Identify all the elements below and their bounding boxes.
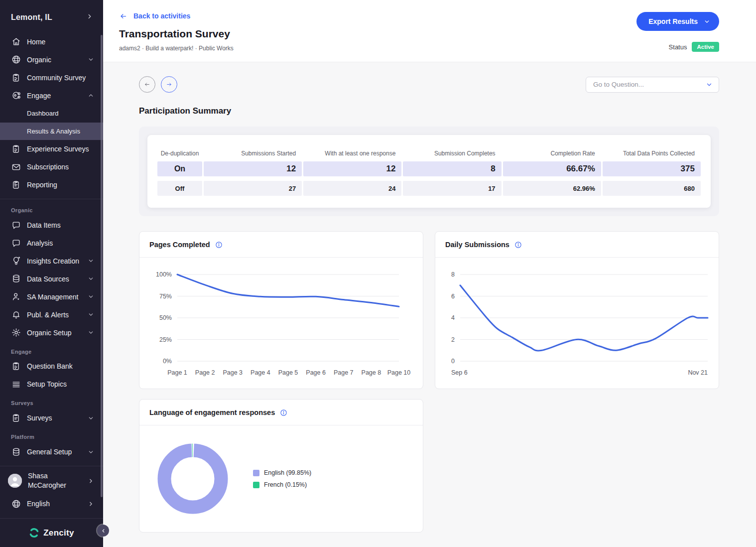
- sidebar-item-label: Data Sources: [27, 275, 88, 283]
- sidebar-item-home[interactable]: Home: [0, 33, 103, 51]
- info-icon[interactable]: [280, 409, 287, 416]
- chart-title: Daily Submissions: [445, 241, 509, 249]
- sidebar-item-setup-topics[interactable]: Setup Topics: [0, 375, 103, 393]
- content: Go to Question... Participation Summary …: [103, 62, 756, 547]
- legend-item-english: English (99.85%): [253, 469, 311, 476]
- go-to-question-dropdown[interactable]: Go to Question...: [586, 77, 719, 93]
- sidebar-item-label: SA Management: [27, 293, 88, 301]
- chart-title: Language of engagement responses: [149, 409, 275, 416]
- breadcrumb: adams2 · Build a waterpark! · Public Wor…: [119, 45, 234, 52]
- pages-completed-card: Pages Completed 100%75%50%25%0%Page 1Pag…: [139, 231, 423, 389]
- svg-text:Page 5: Page 5: [278, 369, 298, 376]
- card-header: Language of engagement responses: [139, 400, 423, 425]
- svg-text:8: 8: [451, 271, 455, 278]
- sidebar-item-general-setup[interactable]: General Setup: [0, 443, 103, 461]
- sidebar-item-question-bank[interactable]: Question Bank: [0, 358, 103, 376]
- page-title: Transportation Survey: [119, 28, 234, 40]
- legend-swatch: [253, 482, 259, 488]
- chevron-down-icon: [88, 329, 94, 336]
- sidebar-item-label: General Setup: [27, 448, 88, 456]
- sidebar-item-label: Setup Topics: [27, 380, 94, 388]
- workspace-switcher[interactable]: Lemont, IL: [0, 0, 103, 33]
- back-arrow-icon: [119, 12, 127, 20]
- table-cell: 12: [204, 161, 302, 176]
- user-name: ShasaMcCarogher: [28, 471, 88, 490]
- table-cell: 375: [603, 161, 701, 176]
- sidebar-item-insights-creation[interactable]: Insights Creation: [0, 252, 103, 270]
- svg-text:Page 3: Page 3: [223, 369, 243, 376]
- status-row: Status Active: [669, 42, 719, 52]
- chevron-down-icon: [88, 415, 94, 421]
- sidebar-item-experience-surveys[interactable]: Experience Surveys: [0, 140, 103, 158]
- sidebar-item-data-sources[interactable]: Data Sources: [0, 270, 103, 288]
- svg-text:Page 8: Page 8: [362, 369, 381, 376]
- user-star-icon: [11, 292, 21, 302]
- sidebar-item-label: Analysis: [27, 239, 94, 247]
- sidebar-item-results-analysis[interactable]: Results & Analysis: [0, 123, 103, 140]
- participation-summary-card: De-duplication Submissions Started With …: [147, 135, 711, 208]
- clipboard-check-icon: [11, 413, 21, 423]
- sidebar-item-data-items[interactable]: Data Items: [0, 216, 103, 234]
- chevron-right-icon: [88, 478, 94, 484]
- chat-bubble-icon: [11, 238, 21, 248]
- page-header-right: Export Results Status Active: [636, 12, 719, 52]
- sidebar: Lemont, IL Home Organic Community Survey…: [0, 0, 103, 547]
- sidebar-item-organic-setup[interactable]: Organic Setup: [0, 324, 103, 342]
- svg-text:100%: 100%: [156, 271, 172, 278]
- chevron-down-icon: [88, 311, 94, 318]
- next-question-button[interactable]: [161, 76, 177, 93]
- arrow-left-icon: [143, 81, 151, 88]
- export-results-button[interactable]: Export Results: [636, 12, 719, 31]
- previous-question-button[interactable]: [139, 76, 155, 93]
- legend-label: English (99.85%): [264, 469, 311, 476]
- svg-text:6: 6: [451, 293, 455, 300]
- chat-bubble-icon: [11, 220, 21, 230]
- sidebar-item-label: Data Items: [27, 221, 94, 229]
- sidebar-item-label: Home: [27, 38, 94, 46]
- chevron-down-icon: [88, 56, 94, 63]
- sidebar-item-label: Subscriptions: [27, 163, 94, 171]
- legend-item-french: French (0.15%): [253, 481, 311, 488]
- sidebar-item-engage[interactable]: Engage: [0, 87, 103, 105]
- sidebar-divider: [0, 518, 103, 519]
- participation-summary-wrapper: De-duplication Submissions Started With …: [139, 127, 719, 216]
- sidebar-item-organic[interactable]: Organic: [0, 51, 103, 69]
- pages-completed-chart: 100%75%50%25%0%Page 1Page 2Page 3Page 4P…: [139, 258, 423, 389]
- sidebar-scrollbar[interactable]: [101, 35, 103, 497]
- sidebar-divider: [0, 466, 103, 466]
- sidebar-collapse-button[interactable]: [97, 525, 109, 537]
- svg-text:0: 0: [451, 358, 455, 365]
- sidebar-item-label: Question Bank: [27, 362, 94, 370]
- sidebar-section-organic: Organic: [0, 200, 103, 216]
- zencity-logo: Zencity: [0, 520, 103, 547]
- sidebar-item-subscriptions[interactable]: Subscriptions: [0, 158, 103, 176]
- back-to-activities-link[interactable]: Back to activities: [119, 12, 234, 20]
- status-label: Status: [669, 43, 687, 51]
- sidebar-item-surveys[interactable]: Surveys: [0, 409, 103, 427]
- page-header: Back to activities Transportation Survey…: [103, 0, 756, 62]
- sidebar-item-analysis[interactable]: Analysis: [0, 234, 103, 252]
- info-icon[interactable]: [514, 241, 522, 249]
- layers-icon: [11, 379, 21, 389]
- user-menu[interactable]: ShasaMcCarogher: [0, 467, 103, 494]
- status-badge: Active: [692, 42, 719, 52]
- column-header: De-duplication: [157, 146, 202, 157]
- zencity-logo-text: Zencity: [43, 528, 74, 538]
- table-cell: 66.67%: [503, 161, 601, 176]
- table-row-label: On: [157, 161, 202, 176]
- clipboard-check-icon: [11, 361, 21, 371]
- language-label: English: [27, 500, 88, 508]
- sidebar-item-reporting[interactable]: Reporting: [0, 176, 103, 194]
- sidebar-item-community-survey[interactable]: Community Survey: [0, 69, 103, 87]
- sidebar-item-label: Experience Surveys: [27, 145, 94, 153]
- svg-text:Page 1: Page 1: [167, 369, 187, 376]
- chevron-down-icon: [88, 258, 94, 264]
- database-icon: [11, 447, 21, 457]
- sidebar-item-dashboard[interactable]: Dashboard: [0, 105, 103, 123]
- info-icon[interactable]: [215, 241, 223, 249]
- sidebar-item-sa-management[interactable]: SA Management: [0, 288, 103, 306]
- sidebar-item-publ-alerts[interactable]: Publ. & Alerts: [0, 306, 103, 324]
- language-selector[interactable]: English: [0, 494, 103, 513]
- legend-label: French (0.15%): [264, 481, 307, 488]
- daily-submissions-card: Daily Submissions 86420Sep 6Nov 21: [435, 231, 719, 389]
